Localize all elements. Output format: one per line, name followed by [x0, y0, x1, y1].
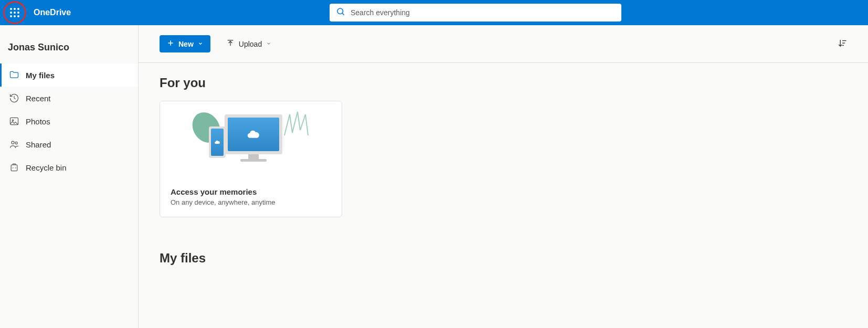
sidebar-item-shared[interactable]: Shared: [0, 133, 138, 156]
search-input[interactable]: [330, 4, 621, 22]
memory-card-subtitle: On any device, anywhere, anytime: [171, 198, 331, 206]
upload-icon: [226, 39, 235, 49]
highlight-circle: [3, 1, 26, 24]
my-files-title: My files: [160, 251, 847, 266]
chevron-down-icon: [266, 41, 271, 47]
app-launcher-button[interactable]: [4, 2, 25, 23]
image-icon: [9, 116, 19, 126]
svg-point-5: [15, 142, 17, 144]
new-button-label: New: [178, 40, 194, 48]
sidebar: Jonas Sunico My files Recent: [0, 25, 139, 328]
memory-card-title: Access your memories: [171, 187, 331, 196]
sidebar-item-photos[interactable]: Photos: [0, 110, 138, 133]
app-name: OneDrive: [34, 8, 71, 17]
memory-illustration: [160, 101, 342, 185]
cloud-icon: [214, 140, 220, 144]
svg-point-3: [12, 120, 14, 121]
my-files-section: My files: [139, 230, 868, 289]
sidebar-item-label: Photos: [26, 117, 50, 126]
new-button[interactable]: New: [160, 35, 210, 52]
toolbar: New Upload: [139, 25, 868, 63]
for-you-title: For you: [160, 76, 847, 90]
clock-icon: [9, 93, 19, 103]
svg-rect-6: [11, 165, 17, 171]
sidebar-item-label: Recycle bin: [26, 163, 67, 172]
upload-button-label: Upload: [239, 40, 262, 48]
svg-point-4: [12, 141, 14, 144]
svg-line-1: [342, 13, 344, 15]
trash-icon: [9, 162, 19, 173]
cloud-icon: [246, 130, 261, 139]
sidebar-item-label: Recent: [26, 94, 51, 103]
svg-point-0: [337, 8, 343, 14]
app-header: OneDrive: [0, 0, 868, 25]
main-content: New Upload: [139, 25, 868, 328]
sort-button[interactable]: [838, 38, 847, 50]
plus-icon: [167, 39, 174, 48]
for-you-section: For you: [139, 63, 868, 230]
memory-card[interactable]: Access your memories On any device, anyw…: [160, 101, 342, 217]
sidebar-item-recycle-bin[interactable]: Recycle bin: [0, 156, 138, 179]
upload-button[interactable]: Upload: [219, 35, 279, 53]
sidebar-item-label: My files: [26, 71, 55, 80]
search-container: [330, 4, 621, 22]
search-icon: [336, 7, 345, 18]
sidebar-item-my-files[interactable]: My files: [0, 64, 138, 87]
folder-icon: [9, 70, 19, 80]
sidebar-item-label: Shared: [26, 140, 51, 149]
people-icon: [9, 139, 19, 150]
user-name-label: Jonas Sunico: [0, 36, 138, 64]
chevron-down-icon: [198, 41, 203, 47]
sidebar-item-recent[interactable]: Recent: [0, 87, 138, 110]
